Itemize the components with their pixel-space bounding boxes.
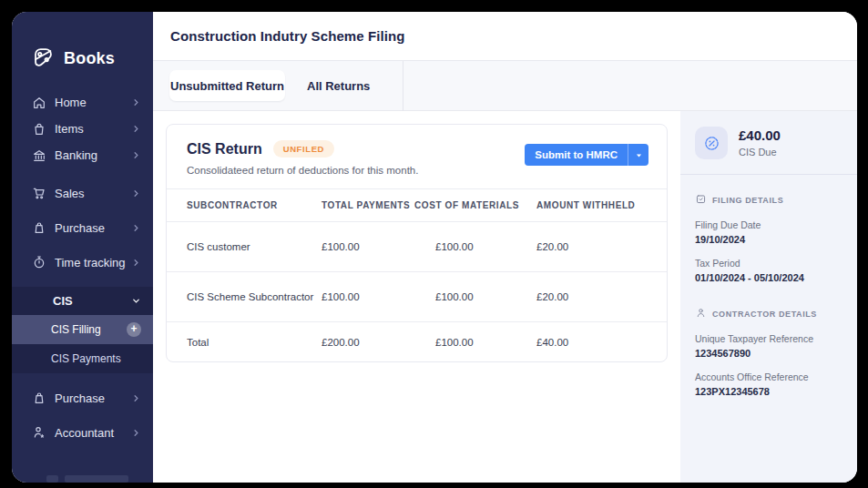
table-total-row: Total £200.00 £100.00 £40.00 xyxy=(167,322,667,361)
filing-details-section: FILING DETAILS Filing Due Date 19/10/202… xyxy=(695,193,842,283)
percent-circle-icon xyxy=(695,127,728,159)
column-header: TOTAL PAYMENTS xyxy=(322,200,414,210)
column-header: COST OF MATERIALS xyxy=(414,200,536,210)
sidebar-item-items[interactable]: Items xyxy=(12,116,153,142)
submit-dropdown-toggle[interactable] xyxy=(628,144,648,166)
sidebar-nav: Home Items Banking xyxy=(12,89,153,483)
submit-to-hmrc-split-button: Submit to HMRC xyxy=(525,144,648,166)
sidebar-item-cis-payments[interactable]: CIS Payments xyxy=(12,344,153,373)
utr-field: Unique Taxpayer Reference 1234567890 xyxy=(695,333,842,359)
accountant-icon xyxy=(32,425,46,440)
sidebar-item-home[interactable]: Home xyxy=(12,89,153,116)
section-heading: CONTRACTOR DETAILS xyxy=(712,310,817,319)
cis-return-card: CIS Return UNFILED Consolidateed return … xyxy=(166,124,668,362)
app-name: Books xyxy=(64,49,115,68)
tab-all-returns[interactable]: All Returns xyxy=(307,79,370,93)
cis-due-amount: £40.00 xyxy=(739,127,781,143)
plus-icon[interactable]: + xyxy=(127,322,141,337)
page-header: Construction Indutry Scheme Filing xyxy=(153,12,857,61)
main-area: Construction Indutry Scheme Filing Unsub… xyxy=(153,12,857,483)
calendar-icon xyxy=(695,193,707,207)
cart-icon xyxy=(32,186,46,200)
chevron-right-icon xyxy=(131,428,141,438)
sidebar-skeleton-placeholder xyxy=(12,475,153,483)
sidebar-cis-group: CIS CIS Filling + CIS Payments xyxy=(12,287,153,373)
tab-unsubmitted-return[interactable]: Unsubmitted Return xyxy=(169,70,285,101)
tab-bar: Unsubmitted Return All Returns xyxy=(153,61,857,111)
sidebar: Books Home Items Banking xyxy=(12,12,153,483)
contractor-details-section: CONTRACTOR DETAILS Unique Taxpayer Refer… xyxy=(695,307,842,397)
sidebar-item-cis[interactable]: CIS xyxy=(12,287,153,315)
items-bag-icon xyxy=(32,122,46,137)
card-header: CIS Return UNFILED Consolidateed return … xyxy=(167,125,667,189)
card-subtitle: Consolidateed return of deductions for t… xyxy=(187,165,418,176)
chevron-right-icon xyxy=(131,188,141,198)
sidebar-item-banking[interactable]: Banking xyxy=(12,142,153,168)
caret-down-icon xyxy=(635,151,643,159)
sidebar-item-cis-filling[interactable]: CIS Filling + xyxy=(12,315,153,344)
panel-divider xyxy=(680,174,857,175)
table-row[interactable]: CIS Scheme Subcontractor £100.00 £100.00… xyxy=(167,272,667,322)
purchase-bag-icon xyxy=(32,220,46,235)
app-logo[interactable]: Books xyxy=(12,12,153,73)
summary-panel: £40.00 CIS Due FILING DETAILS Filing Due… xyxy=(680,111,857,483)
content-area: CIS Return UNFILED Consolidateed return … xyxy=(153,111,680,483)
app-window: Books Home Items Banking xyxy=(12,12,857,483)
chevron-right-icon xyxy=(131,97,141,107)
section-heading: FILING DETAILS xyxy=(712,196,783,205)
sidebar-item-purchase[interactable]: Purchase xyxy=(12,210,153,245)
tax-period-field: Tax Period 01/10/2024 - 05/10/2024 xyxy=(695,258,842,283)
chevron-right-icon xyxy=(131,258,141,268)
home-icon xyxy=(32,96,46,110)
submit-to-hmrc-button[interactable]: Submit to HMRC xyxy=(525,144,628,166)
table-row[interactable]: CIS customer £100.00 £100.00 £20.00 xyxy=(167,222,667,272)
page-title: Construction Indutry Scheme Filing xyxy=(170,28,405,44)
purchase-bag-icon xyxy=(32,391,46,405)
books-logo-icon xyxy=(31,45,56,73)
chevron-down-icon xyxy=(131,296,141,306)
tab-bar-divider xyxy=(403,61,403,111)
chevron-right-icon xyxy=(131,223,141,233)
filing-due-date-field: Filing Due Date 19/10/2024 xyxy=(695,219,842,245)
chevron-right-icon xyxy=(131,393,141,403)
cis-due-label: CIS Due xyxy=(739,147,781,158)
bank-icon xyxy=(32,148,46,163)
table-header-row: SUBCONTRACTOR TOTAL PAYMENTS COST OF MAT… xyxy=(167,189,667,222)
sidebar-item-accountant[interactable]: Accountant xyxy=(12,415,153,450)
chevron-right-icon xyxy=(131,150,141,160)
status-badge: UNFILED xyxy=(273,140,334,158)
stopwatch-icon xyxy=(32,255,46,269)
column-header: SUBCONTRACTOR xyxy=(187,200,322,210)
column-header: AMOUNT WITHHELD xyxy=(536,200,667,210)
aor-field: Accounts Office Reference 123PX12345678 xyxy=(695,371,842,397)
sidebar-item-purchase-2[interactable]: Purchase xyxy=(12,381,153,415)
cis-due-block: £40.00 CIS Due xyxy=(695,127,842,159)
chevron-right-icon xyxy=(131,124,141,134)
sidebar-item-time-tracking[interactable]: Time tracking xyxy=(12,245,153,280)
person-icon xyxy=(695,307,707,320)
card-title: CIS Return xyxy=(187,141,262,158)
sidebar-item-sales[interactable]: Sales xyxy=(12,176,153,210)
